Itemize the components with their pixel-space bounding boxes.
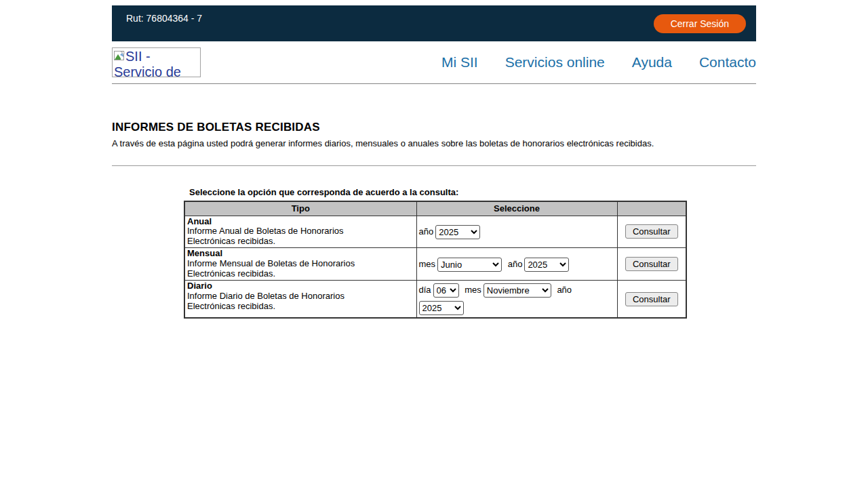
session-topbar: Rut: 76804364 - 7 Cerrar Sesión (112, 5, 756, 41)
mensual-year-select[interactable]: 2025 (524, 258, 569, 272)
diario-month-label: mes (465, 285, 481, 295)
anual-year-label: año (419, 226, 434, 237)
mensual-month-select[interactable]: Junio (437, 258, 502, 272)
nav-ayuda[interactable]: Ayuda (632, 54, 672, 70)
diario-day-label: día (419, 285, 431, 295)
main-nav: Mi SII Servicios online Ayuda Contacto (441, 54, 756, 70)
nav-servicios-online[interactable]: Servicios online (505, 54, 605, 70)
page-container: Rut: 76804364 - 7 Cerrar Sesión SII - Se… (112, 5, 756, 319)
row-title-anual: Anual (187, 217, 414, 227)
row-title-diario: Diario (187, 281, 414, 291)
row-title-mensual: Mensual (187, 249, 414, 259)
logout-button[interactable]: Cerrar Sesión (654, 14, 746, 33)
column-header-tipo: Tipo (184, 201, 416, 216)
mensual-month-label: mes (419, 259, 436, 269)
anual-year-select[interactable]: 2025 (435, 225, 480, 239)
consultar-diario-button[interactable]: Consultar (625, 292, 678, 306)
row-description-mensual: Informe Mensual de Boletas de Honorarios… (187, 259, 385, 279)
table-row-anual: Anual Informe Anual de Boletas de Honora… (184, 216, 686, 248)
consultar-anual-button[interactable]: Consultar (625, 224, 678, 239)
sii-logo-link[interactable]: SII - Servicio de (112, 47, 201, 77)
rut-text: Rut: 76804364 - 7 (112, 5, 202, 41)
diario-year-select[interactable]: 2025 (419, 301, 464, 315)
nav-contacto[interactable]: Contacto (699, 54, 756, 70)
row-description-diario: Informe Diario de Boletas de Honorarios … (187, 291, 385, 312)
nav-mi-sii[interactable]: Mi SII (441, 54, 478, 70)
table-header-row: Tipo Seleccione (184, 201, 686, 216)
broken-image-icon (114, 51, 125, 61)
report-form-section: Seleccione la opción que corresponda de … (184, 187, 756, 319)
header-divider (112, 83, 756, 84)
column-header-seleccione: Seleccione (416, 201, 617, 216)
report-options-table: Tipo Seleccione Anual Informe Anual de B… (184, 201, 687, 319)
table-row-diario: Diario Informe Diario de Boletas de Hono… (184, 281, 686, 319)
diario-day-select[interactable]: 06 (433, 283, 459, 298)
diario-month-select[interactable]: Noviembre (484, 283, 551, 298)
page-description: A través de esta página usted podrá gene… (112, 138, 756, 148)
diario-year-label: año (557, 285, 572, 295)
section-divider (112, 165, 756, 166)
page-title: INFORMES DE BOLETAS RECIBIDAS (112, 121, 756, 134)
consultar-mensual-button[interactable]: Consultar (625, 257, 678, 271)
column-header-action (617, 201, 686, 216)
table-row-mensual: Mensual Informe Mensual de Boletas de Ho… (184, 248, 686, 281)
site-header: SII - Servicio de Mi SII Servicios onlin… (112, 41, 756, 83)
row-description-anual: Informe Anual de Boletas de Honorarios E… (187, 226, 385, 247)
mensual-year-label: año (508, 259, 523, 269)
table-caption: Seleccione la opción que corresponda de … (184, 187, 756, 197)
